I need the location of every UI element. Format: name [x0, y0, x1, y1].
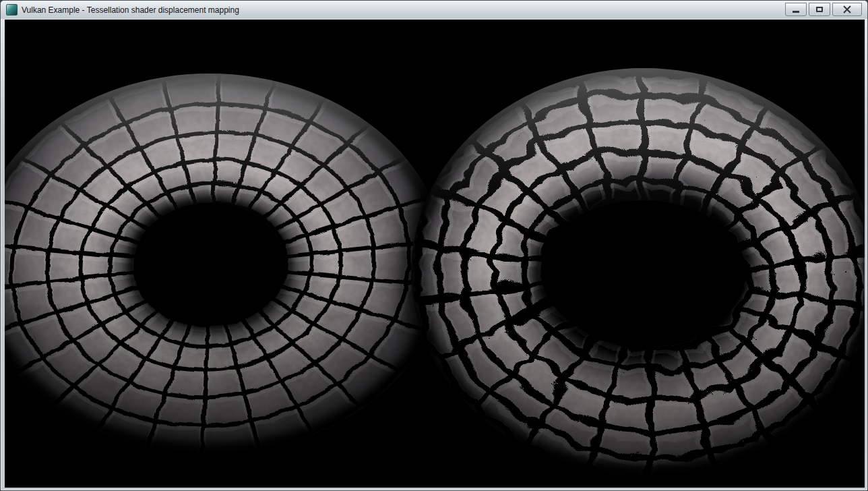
- minimize-button[interactable]: [785, 3, 807, 16]
- render-viewport[interactable]: [5, 20, 865, 488]
- minimize-icon: [793, 11, 799, 13]
- window-controls: [785, 1, 862, 16]
- vulkan-app-icon: [6, 4, 18, 16]
- torus-left: [5, 50, 464, 480]
- app-window: Vulkan Example - Tessellation shader dis…: [0, 0, 868, 491]
- maximize-button[interactable]: [809, 3, 830, 16]
- close-button[interactable]: [832, 3, 862, 16]
- title-bar[interactable]: Vulkan Example - Tessellation shader dis…: [1, 1, 867, 19]
- close-icon: [843, 5, 851, 13]
- window-title: Vulkan Example - Tessellation shader dis…: [22, 5, 239, 15]
- torus-right: [385, 38, 865, 488]
- render-area: [5, 20, 865, 488]
- maximize-icon: [816, 7, 823, 12]
